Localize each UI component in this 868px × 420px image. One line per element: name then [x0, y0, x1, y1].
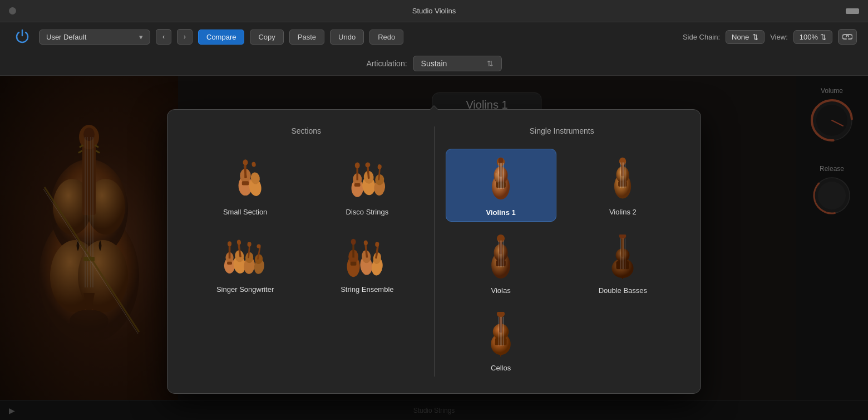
instrument-item-violas[interactable]: Violas [446, 227, 556, 299]
nav-forward-button[interactable]: › [177, 29, 193, 45]
sidechain-label: Side Chain: [683, 33, 720, 41]
svg-point-73 [351, 239, 356, 245]
singer-songwriter-name: Singer Songwriter [216, 285, 274, 294]
violins-2-icon [595, 153, 650, 203]
preset-dropdown[interactable]: User Default ▾ [39, 30, 150, 45]
singer-songwriter-icon [218, 231, 273, 281]
double-basses-name: Double Basses [599, 286, 647, 295]
svg-rect-54 [227, 262, 232, 265]
cellos-name: Cellos [491, 364, 511, 372]
view-updown: ⇅ [820, 33, 826, 41]
instrument-item-violins-2[interactable]: Violins 2 [568, 149, 678, 222]
svg-rect-32 [241, 181, 248, 185]
svg-point-87 [499, 158, 504, 164]
top-controls: User Default ▾ ‹ › Compare Copy Paste Un… [0, 22, 868, 51]
preset-value: User Default [46, 33, 86, 41]
instrument-item-singer-songwriter[interactable]: Singer Songwriter [190, 226, 300, 298]
sections-grid: Small Section [190, 149, 423, 298]
violins-1-icon [473, 154, 529, 204]
power-button[interactable] [11, 26, 33, 48]
string-ensemble-icon [339, 231, 395, 281]
violas-icon [473, 232, 529, 282]
violins-2-name: Violins 2 [609, 208, 637, 216]
svg-rect-72 [352, 243, 354, 258]
sections-header: Sections [190, 126, 423, 135]
link-button[interactable] [838, 29, 857, 45]
cellos-icon [473, 309, 529, 359]
svg-point-38 [251, 162, 256, 167]
sidechain-value: None [732, 33, 749, 41]
compare-button[interactable]: Compare [198, 30, 244, 45]
popup-overlay[interactable]: Sections [0, 76, 868, 420]
svg-point-43 [355, 163, 360, 169]
svg-rect-104 [496, 260, 506, 266]
violas-name: Violas [491, 286, 511, 295]
sidechain-chevron: ⇅ [752, 33, 758, 41]
svg-point-51 [377, 164, 382, 169]
single-instruments-header: Single Instruments [446, 126, 679, 135]
articulation-value: Sustain [421, 59, 447, 68]
redo-button[interactable]: Redo [369, 30, 403, 45]
copy-button[interactable]: Copy [250, 30, 283, 45]
articulation-bar: Articulation: Sustain ⇅ [0, 51, 868, 76]
svg-point-125 [619, 235, 626, 239]
main-content: Violins 1 Morphing Cutoff Resso Volume R… [0, 76, 868, 420]
small-section-name: Small Section [223, 208, 267, 216]
instrument-item-double-basses[interactable]: Double Basses [568, 227, 678, 299]
view-label: View: [770, 33, 788, 41]
sections-column: Sections [184, 126, 428, 377]
svg-point-115 [497, 312, 505, 318]
articulation-chevron: ⇅ [487, 59, 494, 68]
svg-point-64 [247, 242, 251, 247]
instrument-item-violins-1[interactable]: Violins 1 [446, 149, 556, 222]
articulation-label: Articulation: [366, 59, 407, 68]
sidechain-dropdown[interactable]: None ⇅ [726, 30, 765, 44]
svg-point-47 [365, 162, 371, 168]
instrument-item-small-section[interactable]: Small Section [190, 149, 300, 221]
svg-point-60 [236, 240, 241, 245]
svg-point-34 [243, 159, 248, 165]
svg-rect-95 [618, 181, 627, 187]
small-section-icon [218, 153, 273, 203]
preset-chevron: ▾ [139, 33, 143, 41]
svg-point-56 [228, 241, 231, 246]
nav-back-button[interactable]: ‹ [156, 29, 171, 45]
battery-indicator [846, 8, 859, 14]
window-controls [9, 7, 16, 14]
title-bar: Studio Violins [0, 0, 868, 22]
close-button[interactable] [9, 7, 16, 14]
svg-rect-123 [617, 261, 629, 269]
svg-rect-71 [351, 262, 357, 266]
svg-rect-42 [356, 167, 358, 180]
single-instruments-grid: Violins 1 [446, 149, 679, 377]
svg-rect-55 [228, 245, 230, 258]
disco-strings-name: Disco Strings [346, 208, 389, 216]
single-instruments-column: Single Instruments [440, 126, 684, 377]
svg-point-77 [363, 240, 368, 246]
view-value: 100% [800, 33, 818, 41]
double-basses-icon [595, 232, 650, 282]
articulation-dropdown[interactable]: Sustain ⇅ [413, 56, 502, 71]
instrument-item-string-ensemble[interactable]: String Ensemble [312, 226, 422, 298]
svg-point-106 [497, 235, 505, 242]
undo-button[interactable]: Undo [330, 30, 364, 45]
instrument-item-disco-strings[interactable]: Disco Strings [312, 149, 422, 221]
disco-strings-icon [339, 153, 395, 203]
instrument-item-cellos[interactable]: Cellos [446, 305, 556, 377]
instrument-selector-popup: Sections [167, 109, 701, 394]
paste-button[interactable]: Paste [289, 30, 324, 45]
window-title: Studio Violins [412, 7, 456, 15]
svg-rect-113 [495, 338, 506, 345]
popup-divider [434, 126, 435, 377]
violins-1-name: Violins 1 [486, 208, 516, 217]
svg-rect-41 [354, 183, 361, 187]
string-ensemble-name: String Ensemble [341, 285, 393, 294]
view-dropdown[interactable]: 100% ⇅ [793, 30, 832, 44]
